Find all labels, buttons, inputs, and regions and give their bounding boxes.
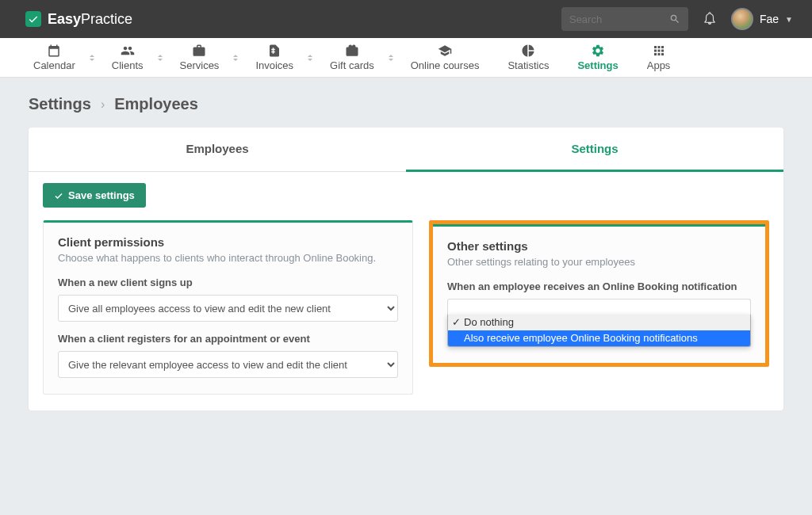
nav-giftcards[interactable]: Gift cards (319, 38, 385, 78)
search-box[interactable] (561, 7, 688, 31)
courses-icon (438, 44, 452, 58)
notifications-icon[interactable] (703, 10, 717, 29)
clients-icon (121, 44, 135, 58)
field-label: When an employee receives an Online Book… (447, 280, 751, 292)
statistics-icon (521, 44, 535, 58)
chevron-down-icon: ▼ (785, 15, 793, 24)
client-registers-select[interactable]: Give the relevant employee access to vie… (58, 351, 398, 378)
nav-clients[interactable]: Clients (101, 38, 155, 78)
card-title: Client permissions (58, 235, 398, 249)
chevron-right-icon: › (101, 97, 105, 112)
nav-caret[interactable] (233, 55, 238, 61)
highlight-border: Other settings Other settings relating t… (429, 220, 769, 367)
field-label: When a new client signs up (58, 277, 398, 288)
dropdown-option[interactable]: Also receive employee Online Booking not… (448, 330, 750, 346)
nav-caret[interactable] (158, 55, 163, 61)
user-name: Fae (760, 13, 779, 25)
logo-badge-icon (25, 11, 41, 27)
nav-caret[interactable] (308, 55, 312, 61)
tab-employees[interactable]: Employees (29, 128, 406, 171)
other-settings-wrap: Other settings Other settings relating t… (429, 220, 769, 367)
card-title: Other settings (447, 239, 751, 253)
search-icon (669, 13, 680, 25)
new-client-select[interactable]: Give all employees access to view and ed… (58, 295, 398, 322)
field-label: When a client registers for an appointme… (58, 333, 398, 345)
invoices-icon (267, 44, 282, 58)
nav-caret[interactable] (389, 55, 393, 61)
apps-icon (652, 44, 666, 58)
user-menu[interactable]: Fae ▼ (731, 8, 793, 30)
logo[interactable]: EasyPractice (25, 11, 132, 28)
services-icon (192, 44, 206, 58)
nav-services[interactable]: Services (169, 38, 231, 78)
notification-select[interactable]: Do nothing Also receive employee Online … (447, 299, 751, 347)
settings-icon (591, 44, 605, 58)
breadcrumb-root[interactable]: Settings (29, 95, 91, 113)
navbar: Calendar Clients Services Invoices Gift … (0, 38, 812, 78)
tabs: Employees Settings (29, 128, 783, 172)
check-icon (54, 191, 63, 200)
logo-text: EasyPractice (48, 11, 132, 28)
nav-apps[interactable]: Apps (636, 38, 682, 78)
main-panel: Employees Settings Save settings Client … (29, 128, 783, 410)
breadcrumb: Settings › Employees (0, 78, 812, 128)
client-permissions-card: Client permissions Choose what happens t… (43, 220, 413, 395)
nav-onlinecourses[interactable]: Online courses (400, 38, 491, 78)
breadcrumb-current[interactable]: Employees (114, 95, 198, 113)
giftcards-icon (345, 44, 359, 58)
dropdown-list: Do nothing Also receive employee Online … (447, 315, 751, 347)
dropdown-option[interactable]: Do nothing (448, 315, 750, 330)
nav-invoices[interactable]: Invoices (244, 38, 304, 78)
tab-settings[interactable]: Settings (406, 128, 783, 172)
topbar: EasyPractice Fae ▼ (0, 0, 812, 38)
card-desc: Other settings relating to your employee… (447, 256, 751, 268)
nav-calendar[interactable]: Calendar (22, 38, 86, 78)
search-input[interactable] (569, 13, 669, 25)
other-settings-card: Other settings Other settings relating t… (433, 224, 765, 363)
nav-settings[interactable]: Settings (566, 38, 629, 78)
nav-caret[interactable] (90, 55, 94, 61)
card-desc: Choose what happens to clients who inter… (58, 252, 398, 264)
nav-statistics[interactable]: Statistics (496, 38, 560, 78)
save-button[interactable]: Save settings (43, 183, 146, 208)
avatar (731, 8, 753, 30)
calendar-icon (47, 44, 61, 58)
